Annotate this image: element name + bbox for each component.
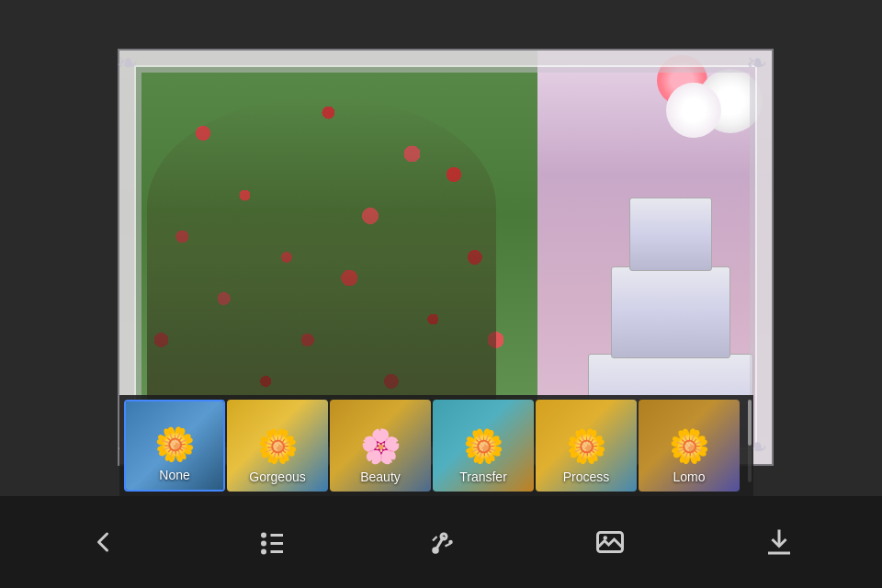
effects-button[interactable] [418, 519, 464, 565]
gallery-button[interactable] [587, 519, 633, 565]
filter-scrollbar[interactable] [748, 400, 752, 482]
filter-process-flower: 🌼 [566, 427, 607, 466]
filter-lomo-flower: 🌼 [669, 427, 710, 466]
download-button[interactable] [756, 519, 802, 565]
filter-transfer[interactable]: 🌼 Transfer [433, 400, 534, 492]
svg-line-9 [433, 537, 437, 541]
filter-bar: 🌼 None 🌼 Gorgeous 🌸 Beauty 🌼 Transfer 🌼 … [119, 395, 753, 496]
cake-tier-top [629, 198, 712, 271]
filter-beauty-flower: 🌸 [360, 427, 401, 466]
filter-transfer-label: Transfer [459, 469, 507, 484]
svg-point-13 [604, 536, 608, 540]
filter-none-label: None [159, 468, 189, 482]
gallery-icon [594, 526, 627, 559]
filter-scrollbar-thumb[interactable] [748, 400, 752, 446]
download-icon [763, 526, 796, 559]
filter-lomo[interactable]: 🌼 Lomo [639, 400, 740, 492]
svg-point-11 [448, 540, 453, 545]
filter-none[interactable]: 🌼 None [124, 400, 225, 492]
filter-lomo-label: Lomo [673, 469, 705, 484]
cake-tier-middle [611, 266, 730, 358]
svg-point-0 [261, 533, 266, 538]
svg-point-7 [432, 547, 439, 554]
list-button[interactable] [249, 519, 295, 565]
effects-icon [424, 526, 458, 559]
filter-beauty-label: Beauty [360, 469, 401, 484]
filter-transfer-flower: 🌼 [463, 427, 504, 466]
filter-process-label: Process [563, 469, 610, 484]
bottom-toolbar [0, 496, 882, 588]
svg-point-4 [261, 549, 266, 555]
flower-decoration [588, 51, 772, 188]
svg-point-2 [261, 541, 266, 547]
filter-gorgeous-label: Gorgeous [249, 469, 305, 484]
filter-process[interactable]: 🌼 Process [536, 400, 637, 492]
list-icon [255, 526, 288, 559]
back-icon [86, 526, 119, 559]
filter-gorgeous-flower: 🌼 [257, 427, 299, 466]
filter-none-flower: 🌼 [154, 425, 196, 464]
white-flower-2 [666, 83, 721, 138]
filter-gorgeous[interactable]: 🌼 Gorgeous [227, 400, 328, 492]
filter-beauty[interactable]: 🌸 Beauty [330, 400, 431, 492]
back-button[interactable] [80, 519, 126, 565]
